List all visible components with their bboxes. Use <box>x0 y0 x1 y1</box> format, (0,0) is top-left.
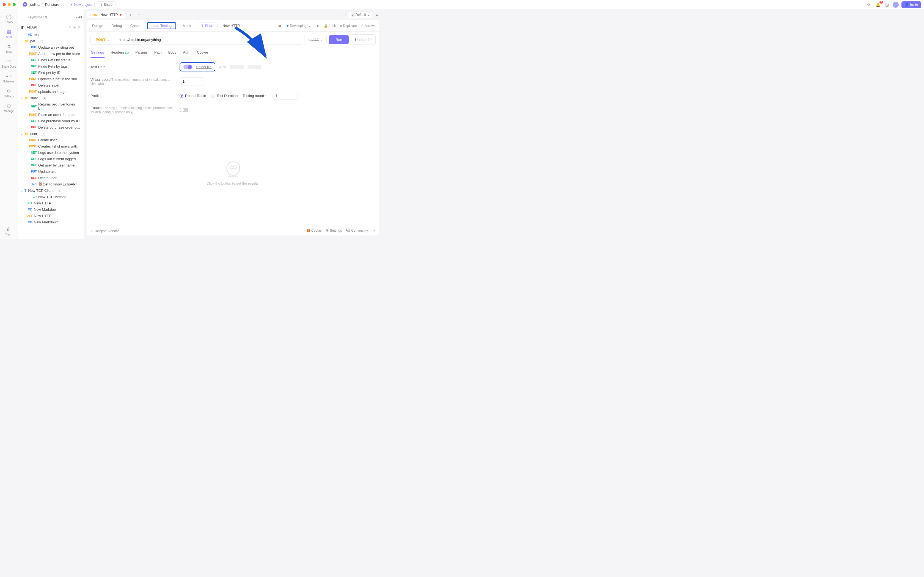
tab-prev[interactable]: ‹ <box>341 13 342 17</box>
tree-folder[interactable]: ⌄📁user (8) <box>18 131 84 137</box>
lock-button[interactable]: 🔒 Lock <box>324 24 336 28</box>
virtual-users-input[interactable] <box>179 77 205 85</box>
tree-item[interactable]: POSTCreates list of users with… <box>18 143 84 150</box>
footer-community[interactable]: 💬 Community <box>346 229 368 233</box>
nav-schemas[interactable]: ⚬⚬Schemas <box>0 71 18 86</box>
duplicate-button[interactable]: ⧉ Duplicate <box>339 24 357 28</box>
test-data-toggle[interactable] <box>183 64 192 69</box>
tree-item[interactable]: MDNew Markdown <box>18 219 84 225</box>
document-tab[interactable]: POST New HTTP <box>87 11 125 18</box>
zoom-window[interactable] <box>13 3 16 6</box>
tree-item[interactable]: GETFinds Pets by tags <box>18 63 84 69</box>
tree-item[interactable]: DELDeletes a pet <box>18 82 84 89</box>
select-file-link[interactable]: Select file <box>196 65 212 69</box>
reqtab-headers[interactable]: Headers (1) <box>110 48 129 58</box>
footer-cookie[interactable]: 🍪 Cookie <box>306 229 322 233</box>
tree-item[interactable]: DELDelete user <box>18 175 84 181</box>
logging-toggle[interactable] <box>179 108 188 112</box>
share-button[interactable]: ⇪Share <box>97 2 115 8</box>
subtab-share[interactable]: ⇪Share <box>198 22 218 29</box>
tree-folder[interactable]: ⌄TNew TCP Client (1) <box>18 187 84 194</box>
new-project-button[interactable]: ＋New project <box>67 1 95 8</box>
add-tab-button[interactable]: ＋ <box>127 12 134 17</box>
tree-item[interactable]: GETNew HTTP <box>18 200 84 206</box>
tree-item[interactable]: GETFinds Pets by status <box>18 57 84 63</box>
method-dropdown[interactable]: POST⌄ <box>90 35 115 45</box>
tree-item[interactable]: GETFind pet by ID <box>18 69 84 76</box>
empty-message: Click the button to get the results. <box>207 181 260 185</box>
nav-tests[interactable]: ⚗Tests <box>0 41 18 56</box>
nav-share-docs[interactable]: 📄Share Docs <box>0 56 18 71</box>
filter-dropdown[interactable]: ●All⌄ <box>73 14 84 21</box>
footer-settings[interactable]: ⚙ Settings <box>326 229 342 233</box>
tree-item[interactable]: GETFind purchase order by ID <box>18 118 84 124</box>
nav-history[interactable]: 🕘History <box>0 11 18 26</box>
close-window[interactable] <box>3 3 6 6</box>
tree-item[interactable]: POSTPlace an order for a pet <box>18 111 84 118</box>
tab-next[interactable]: › <box>344 13 346 17</box>
tree-item[interactable]: DELDelete purchase order b… <box>18 124 84 131</box>
tree-all-api[interactable]: ◧ All API ⟳◈✕ <box>18 23 84 32</box>
chevron-down-icon[interactable]: ⌄ <box>61 2 65 6</box>
tree-folder[interactable]: ⌄📁store (4) <box>18 95 84 101</box>
nav-settings[interactable]: ⚙Settings <box>0 86 18 101</box>
close-icon[interactable]: ✕ <box>78 26 80 29</box>
reqtab-body[interactable]: Body <box>168 48 177 58</box>
tab-menu-icon[interactable]: ≡ <box>375 12 379 18</box>
share-icon: ⇪ <box>100 3 103 6</box>
reqtab-cookie[interactable]: Cookie <box>196 48 208 58</box>
subtab-cases[interactable]: Cases <box>129 23 142 29</box>
tree-item[interactable]: MDNew Markdown <box>18 206 84 213</box>
tree-item[interactable]: POSTCreate user <box>18 137 84 143</box>
status-dropdown[interactable]: Developing⌄ <box>286 24 310 28</box>
project-name[interactable]: Pet store <box>45 2 60 6</box>
nav-apis[interactable]: ▦APIs <box>0 26 18 41</box>
footer: «Collapse Sidebar 🍪 Cookie ⚙ Settings 💬 … <box>87 226 379 235</box>
tree-item[interactable]: GETLogs out current logged … <box>18 156 84 162</box>
nav-manage[interactable]: ⊞Manage <box>0 101 18 115</box>
tree-item[interactable]: GETLogs user into the system <box>18 150 84 156</box>
subtab-load-testing[interactable]: Load Testing <box>147 22 176 29</box>
tree-item[interactable]: GETReturns pet inventories b… <box>18 101 84 111</box>
tree-item[interactable]: TCPNew TCP Method <box>18 194 84 200</box>
update-button[interactable]: Updateⓘ <box>351 34 376 45</box>
tree-item[interactable]: POSTUpdates a pet in the stor… <box>18 76 84 82</box>
tree-item[interactable]: POSTuploads an image <box>18 89 84 95</box>
tree-item[interactable]: POSTNew HTTP <box>18 213 84 219</box>
tree-item[interactable]: MD🦉Get to know EchoAPI <box>18 181 84 187</box>
tree-item[interactable]: POSTAdd a new pet to the store <box>18 50 84 57</box>
protocol-dropdown[interactable]: http/1.1⌄ <box>304 35 327 44</box>
testing-round-input[interactable] <box>273 92 298 100</box>
schema-icon: ⚬⚬ <box>5 74 12 79</box>
tree-item[interactable]: GETGet user by user name <box>18 162 84 168</box>
sort-icon[interactable]: ◈ <box>73 26 76 29</box>
nav-trash[interactable]: 🗑Trash <box>0 224 18 239</box>
search-input[interactable] <box>21 14 71 21</box>
archive-button[interactable]: 🗄 Archive <box>360 24 376 28</box>
indent-icon[interactable]: ⇥ <box>314 23 320 29</box>
subtab-mock[interactable]: Mock <box>181 23 193 29</box>
radio-test-duration[interactable]: Test Duration <box>211 94 238 98</box>
tree-item[interactable]: PUTUpdate an existing pet <box>18 44 84 50</box>
radio-round-robin[interactable]: Round-Robin <box>179 94 206 98</box>
environment-selector[interactable]: D Default ⌄ <box>348 11 372 18</box>
refresh-icon[interactable]: ⟳ <box>69 26 71 29</box>
tree-item[interactable]: MD test <box>18 32 84 38</box>
api-icon: ◧ <box>21 25 24 29</box>
url-input[interactable] <box>115 35 302 45</box>
reqtab-settings[interactable]: Settings <box>90 48 105 58</box>
subtab-design[interactable]: Design <box>90 23 105 29</box>
minimize-window[interactable] <box>8 3 11 6</box>
reqtab-params[interactable]: Params <box>135 48 148 58</box>
format-icon[interactable]: ⇄ <box>277 23 283 29</box>
tree-item[interactable]: PUTUpdate user <box>18 168 84 175</box>
subtab-debug[interactable]: Debug <box>110 23 123 29</box>
collapse-sidebar-button[interactable]: «Collapse Sidebar <box>90 229 119 233</box>
reqtab-path[interactable]: Path <box>154 48 162 58</box>
workspace-name[interactable]: selina <box>30 2 40 6</box>
footer-help-icon[interactable]: ？ <box>372 229 376 233</box>
tab-more-button[interactable]: ⋯ <box>136 13 143 17</box>
reqtab-auth[interactable]: Auth <box>183 48 191 58</box>
tree-folder[interactable]: ⌄📁pet (8) <box>18 38 84 44</box>
run-button[interactable]: Run <box>329 35 349 44</box>
